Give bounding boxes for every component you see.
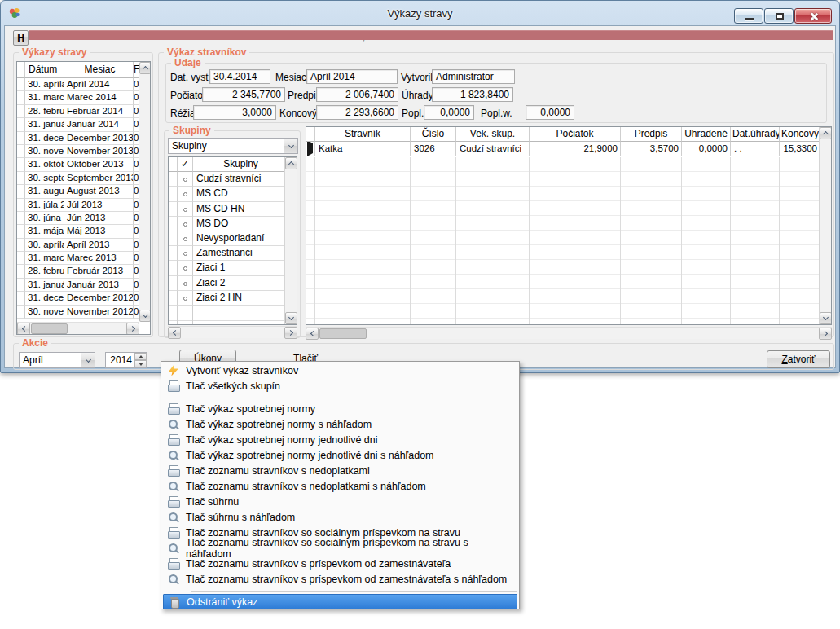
uhrady-field[interactable]: 1 823,8400 [432,87,513,102]
year-spinner[interactable]: 2014 [105,352,147,368]
scrollbar-thumb[interactable] [31,323,68,334]
menu-item[interactable]: Tlač súhrnu s náhľadom [163,509,517,525]
menu-item[interactable] [163,587,517,594]
minimize-button[interactable] [734,8,763,24]
table-row[interactable]: 30. apríla Apríl 2014 0 [17,78,150,91]
pociatok-field[interactable]: 2 345,7700 [202,87,285,102]
column-header-koncovy[interactable]: Koncový [780,127,820,142]
vytvoril-field[interactable]: Administrator [432,69,515,84]
scroll-right-button[interactable] [284,327,297,339]
table-row[interactable]: 31. decer December 2012 0 [17,292,150,305]
table-row[interactable]: 30. nover November 2012 0 [17,306,150,319]
maximize-button[interactable] [764,8,794,24]
titlebar[interactable]: Výkazy stravy [1,1,839,25]
check-column-header[interactable]: ✓ [178,157,193,172]
list-item[interactable]: MS CD HN [169,202,297,217]
dropdown-button[interactable] [81,353,95,367]
scroll-left-button[interactable] [17,323,30,335]
popl-w-field[interactable]: 0,0000 [526,105,574,120]
spin-down-button[interactable] [134,360,147,367]
predpis-field[interactable]: 2 006,7400 [316,87,398,102]
scroll-up-button[interactable] [139,62,151,74]
column-header-vek-skup[interactable]: Vek. skup. [456,127,530,142]
horizontal-scrollbar[interactable] [306,327,832,339]
column-header-cislo[interactable]: Číslo [411,127,456,142]
horizontal-scrollbar[interactable] [17,322,139,334]
list-item[interactable]: MS DO [169,217,297,231]
menu-item[interactable]: Tlač všetkých skupín [163,378,517,394]
vertical-scrollbar[interactable] [819,127,831,324]
menu-item[interactable]: Tlač výkaz spotrebnej normy s náhľadom [163,416,517,432]
spin-up-button[interactable] [134,353,147,360]
column-header-pociatok[interactable]: Počiatok [530,127,621,142]
close-button[interactable] [794,8,832,24]
table-row[interactable]: 30. septe September 2013 0 [17,172,150,185]
menu-item[interactable]: Tlač výkaz spotrebnej normy jednotlivé d… [163,432,517,447]
koncovy-field[interactable]: 2 293,6600 [316,105,398,120]
menu-item[interactable]: Tlač zoznamu stravníkov so sociálnym prí… [163,540,517,556]
menu-item[interactable]: Odstrániť výkaz [163,594,517,609]
table-row[interactable]: 30. júna 2 Jún 2013 0 [17,212,150,225]
list-item[interactable]: Zamestnanci [169,246,297,261]
mesiac-field[interactable]: Apríl 2014 [306,69,398,84]
table-row[interactable]: 31. októb Október 2013 0 [17,158,150,171]
list-item[interactable]: MS CD [169,187,297,201]
list-item[interactable]: Cudzí stravníci [169,172,297,187]
column-header-stravnik[interactable]: Stravník [315,127,411,142]
scroll-down-button[interactable] [139,310,151,322]
scroll-left-button[interactable] [306,328,319,340]
scrollbar-thumb[interactable] [319,328,367,339]
menu-item[interactable]: Tlač výkaz spotrebnej normy jednotlivé d… [163,447,517,463]
scroll-down-button[interactable] [285,312,297,324]
dropdown-button[interactable] [284,139,297,153]
menu-item[interactable]: Tlač zoznamu stravníkov s nedoplatkami [163,463,517,478]
trash-icon [168,596,181,609]
list-item[interactable]: Nevysporiadaní [169,231,297,246]
column-header-mesiac[interactable]: Mesiac [64,62,134,78]
table-row[interactable]: 31. marca Marec 2013 0 [17,252,150,265]
table-row[interactable]: 28. febru Február 2013 0 [17,265,150,278]
scroll-up-button[interactable] [820,127,832,139]
table-row[interactable]: 31. júla 2 Júl 2013 0 [17,199,150,212]
list-item[interactable]: Ziaci 2 [169,276,297,291]
menu-item[interactable]: Vytvoriť výkaz stravníkov [163,363,517,378]
scroll-left-button[interactable] [168,327,181,339]
zatvorit-button[interactable]: Zatvoriť [767,350,830,368]
month-dropdown[interactable]: Apríl [19,352,95,368]
table-row[interactable]: 31. januá Január 2013 0 [17,279,150,292]
table-row[interactable]: 28. febru Február 2014 0 [17,105,150,118]
scroll-down-button[interactable] [820,312,832,324]
h-button[interactable]: H [13,30,29,46]
popl-field[interactable]: 0,0000 [424,105,474,120]
vertical-scrollbar[interactable] [284,157,297,324]
list-item[interactable]: Ziaci 1 [169,261,297,275]
table-row[interactable]: 30. nover November 2013 0 [17,145,150,158]
menu-item[interactable] [163,394,517,401]
column-header-datum[interactable]: Dátum [25,62,64,78]
table-row[interactable]: 31. mája Máj 2013 0 [17,225,150,238]
column-header-dat-uhrady[interactable]: Dat.úhrady [731,127,780,142]
table-row[interactable]: 31. marca Marec 2014 0 [17,91,150,104]
menu-item[interactable]: Tlač súhrnu [163,494,517,509]
horizontal-scrollbar[interactable] [168,326,297,338]
menu-item[interactable]: Tlač zoznamu stravníkov s príspevkom od … [163,571,517,587]
triangle-up-icon [139,355,143,358]
scroll-up-button[interactable] [285,157,297,169]
table-row[interactable]: 31. januá Január 2014 0 [17,118,150,131]
menu-item[interactable]: Tlač výkaz spotrebnej normy [163,401,517,416]
menu-item[interactable]: Tlač zoznamu stravníkov s nedoplatkami s… [163,478,517,494]
table-row[interactable]: 31. augus August 2013 0 [17,185,150,198]
table-row[interactable]: 31. decer December 2013 0 [17,132,150,145]
table-row[interactable]: Katka 3026 Cudzí stravníci 21,9000 3,570… [306,142,831,156]
skupiny-column-header[interactable]: Skupiny [193,157,286,172]
skupiny-dropdown[interactable]: Skupiny [168,138,298,154]
vertical-scrollbar[interactable] [139,62,150,322]
column-header-predpis[interactable]: Predpis [621,127,682,142]
table-row[interactable]: 30. apríla Apríl 2013 0 [17,239,150,252]
scroll-right-button[interactable] [819,328,832,340]
column-header-uhradene[interactable]: Uhradené [682,127,731,142]
dat-vyst-field[interactable]: 30.4.2014 [209,69,270,84]
rezia-field[interactable]: 3,0000 [193,105,276,120]
list-item[interactable]: Ziaci 2 HN [169,291,297,306]
scroll-right-button[interactable] [126,323,139,335]
